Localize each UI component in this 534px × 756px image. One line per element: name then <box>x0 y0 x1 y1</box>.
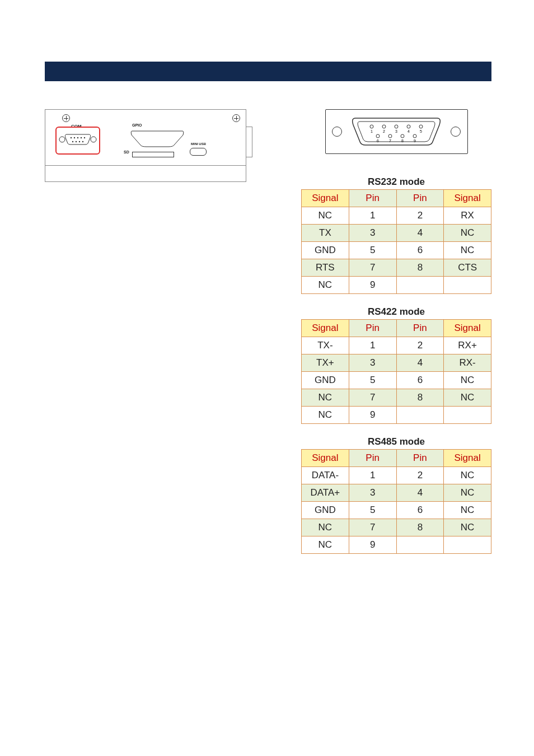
db9-mini-icon <box>59 131 97 148</box>
table-cell: RX+ <box>444 337 491 354</box>
table-row: GND56NC <box>302 372 491 389</box>
table-cell: 5 <box>349 502 396 519</box>
svg-text:2: 2 <box>383 129 385 133</box>
table-header-cell: Pin <box>396 190 444 207</box>
table-header-cell: Signal <box>444 320 491 337</box>
table-cell: 3 <box>349 354 396 372</box>
mount-hole-icon <box>332 127 342 137</box>
pinout-table-block: RS485 modeSignalPinPinSignalDATA-12NCDAT… <box>301 436 491 554</box>
side-connector-icon <box>246 127 252 157</box>
table-cell: CTS <box>444 259 491 277</box>
svg-text:5: 5 <box>420 129 422 133</box>
table-cell: NC <box>444 519 491 536</box>
svg-text:6: 6 <box>377 139 379 143</box>
table-cell: 4 <box>396 354 444 372</box>
table-header-cell: Pin <box>396 450 444 467</box>
svg-point-15 <box>395 125 398 128</box>
table-cell: GND <box>302 502 349 519</box>
svg-point-1 <box>91 137 96 142</box>
db9-shell-icon: 1 2 3 4 5 6 7 8 9 <box>349 116 444 147</box>
table-cell: 1 <box>349 207 396 225</box>
pinout-table: SignalPinPinSignalDATA-12NCDATA+34NCGND5… <box>301 449 491 554</box>
table-row: DATA+34NC <box>302 484 491 502</box>
table-title: RS485 mode <box>301 436 491 447</box>
svg-text:4: 4 <box>407 129 410 133</box>
table-cell: 5 <box>349 242 396 259</box>
pinout-table: SignalPinPinSignalTX-12RX+TX+34RX-GND56N… <box>301 319 491 424</box>
table-cell: NC <box>444 242 491 259</box>
table-cell: 7 <box>349 519 396 536</box>
svg-point-7 <box>72 141 73 142</box>
gpio-label: GPIO <box>132 123 142 127</box>
table-cell: NC <box>302 277 349 294</box>
table-cell: 9 <box>349 407 396 424</box>
svg-point-0 <box>59 137 65 142</box>
svg-text:8: 8 <box>401 139 404 143</box>
svg-text:1: 1 <box>371 129 373 133</box>
table-row: GND56NC <box>302 242 491 259</box>
table-cell: RX- <box>444 354 491 372</box>
table-header-cell: Signal <box>302 190 349 207</box>
table-cell: 3 <box>349 225 396 242</box>
table-header-cell: Pin <box>349 190 396 207</box>
table-row: DATA-12NC <box>302 467 491 484</box>
table-cell: RTS <box>302 259 349 277</box>
table-cell <box>444 536 491 554</box>
table-cell: 7 <box>349 389 396 407</box>
table-row: NC9 <box>302 536 491 554</box>
svg-point-19 <box>419 125 423 128</box>
table-row: RTS78CTS <box>302 259 491 277</box>
svg-point-21 <box>376 134 380 138</box>
svg-text:3: 3 <box>395 129 397 133</box>
svg-point-8 <box>76 141 77 142</box>
table-row: NC9 <box>302 277 491 294</box>
sd-label: SD <box>124 150 129 154</box>
device-diagram: COM GPIO MINI USB <box>45 109 246 182</box>
table-cell: GND <box>302 242 349 259</box>
left-column: COM GPIO MINI USB <box>45 109 246 566</box>
table-cell: TX <box>302 225 349 242</box>
table-cell: 3 <box>349 484 396 502</box>
table-header-cell: Pin <box>396 320 444 337</box>
content-area: COM GPIO MINI USB <box>45 109 491 566</box>
table-cell: TX+ <box>302 354 349 372</box>
table-cell: NC <box>444 484 491 502</box>
svg-text:9: 9 <box>414 139 416 143</box>
table-cell: NC <box>444 467 491 484</box>
table-cell: NC <box>444 372 491 389</box>
table-cell <box>396 407 444 424</box>
db9-connector-diagram: 1 2 3 4 5 6 7 8 9 <box>325 109 468 154</box>
svg-text:7: 7 <box>389 139 391 143</box>
svg-point-5 <box>81 137 82 138</box>
table-cell: 7 <box>349 259 396 277</box>
right-column: 1 2 3 4 5 6 7 8 9 RS232 modeSignalPinPin… <box>301 109 491 566</box>
svg-point-11 <box>370 125 373 128</box>
table-cell <box>444 277 491 294</box>
table-title: RS422 mode <box>301 306 491 318</box>
table-cell: DATA- <box>302 467 349 484</box>
svg-point-10 <box>82 141 83 142</box>
table-row: TX-12RX+ <box>302 337 491 354</box>
table-cell: NC <box>444 225 491 242</box>
pinout-table: SignalPinPinSignalNC12RXTX34NCGND56NCRTS… <box>301 189 491 294</box>
table-cell: 6 <box>396 502 444 519</box>
svg-point-17 <box>407 125 410 128</box>
svg-point-3 <box>74 137 75 138</box>
table-row: TX+34RX- <box>302 354 491 372</box>
table-cell: NC <box>302 536 349 554</box>
table-header-cell: Signal <box>444 190 491 207</box>
table-header-cell: Signal <box>302 320 349 337</box>
mini-usb-label: MINI USB <box>191 142 206 146</box>
table-cell: NC <box>302 407 349 424</box>
table-cell: 5 <box>349 372 396 389</box>
table-row: NC12RX <box>302 207 491 225</box>
table-cell: 8 <box>396 259 444 277</box>
svg-point-9 <box>79 141 80 142</box>
table-header-cell: Signal <box>302 450 349 467</box>
table-cell: 8 <box>396 519 444 536</box>
table-cell: 2 <box>396 207 444 225</box>
table-row: NC78NC <box>302 519 491 536</box>
table-cell <box>396 536 444 554</box>
svg-point-2 <box>71 137 72 138</box>
svg-point-13 <box>382 125 386 128</box>
